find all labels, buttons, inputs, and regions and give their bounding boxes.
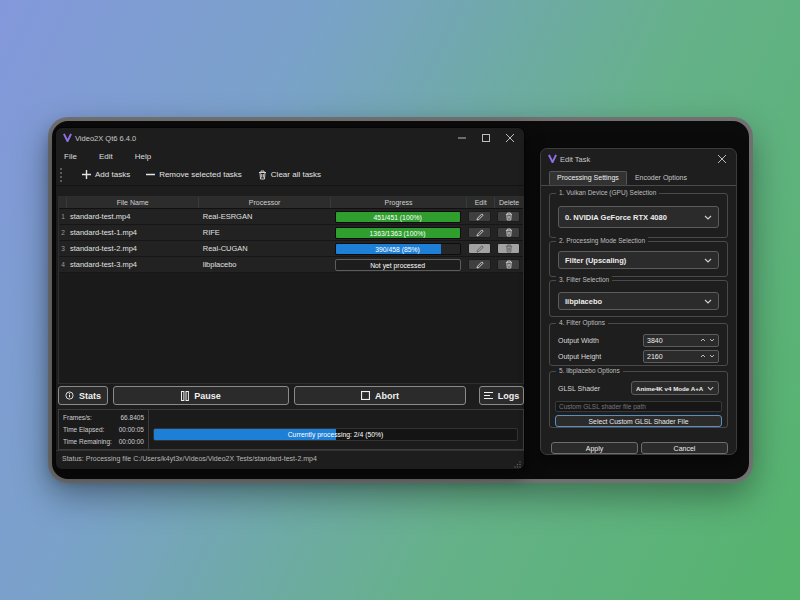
remove-selected-tasks-label: Remove selected tasks <box>159 170 242 179</box>
clear-all-tasks-button[interactable]: Clear all tasks <box>258 170 321 180</box>
table-body: 1 standard-test.mp4 Real-ESRGAN 451/451 … <box>59 209 523 273</box>
trash-icon <box>505 228 513 237</box>
add-tasks-button[interactable]: Add tasks <box>82 170 130 179</box>
group-processing-mode: 2. Processing Mode Selection Filter (Ups… <box>549 241 728 277</box>
group-vulkan-device: 1. Vulkan Device (GPU) Selection 0. NVID… <box>549 193 728 238</box>
close-button[interactable] <box>502 131 518 145</box>
filter-select[interactable]: libplacebo <box>558 292 719 310</box>
gpu-select[interactable]: 0. NVIDIA GeForce RTX 4080 <box>558 206 719 228</box>
menu-edit[interactable]: Edit <box>99 152 113 161</box>
time-remaining-row: Time Remaining: 00:00:00 <box>63 436 144 448</box>
menu-file[interactable]: File <box>64 152 77 161</box>
group-libplacebo-options: 5. libplacebo Options GLSL Shader Anime4… <box>549 371 728 428</box>
abort-label: Abort <box>375 391 399 401</box>
row-progress-text: 1363/1363 (100%) <box>336 228 460 238</box>
group-legend: 2. Processing Mode Selection <box>556 237 648 244</box>
stats-label: Stats <box>79 391 101 401</box>
main-titlebar[interactable]: Video2X Qt6 6.4.0 <box>56 128 524 148</box>
spin-up-icon[interactable] <box>700 338 706 342</box>
custom-shader-path-input[interactable] <box>555 401 722 412</box>
group-legend: 3. Filter Selection <box>556 276 612 283</box>
pencil-icon <box>476 245 484 253</box>
header-delete[interactable]: Delete <box>495 197 523 208</box>
minus-icon <box>146 170 155 179</box>
resize-grip[interactable] <box>514 461 521 468</box>
header-progress[interactable]: Progress <box>331 197 467 208</box>
frames-label: Frames/s: <box>63 412 92 424</box>
table-row[interactable]: 1 standard-test.mp4 Real-ESRGAN 451/451 … <box>59 209 523 225</box>
overall-progress-text: Currently processing: 2/4 (50%) <box>154 429 517 440</box>
add-tasks-label: Add tasks <box>95 170 130 179</box>
table-row[interactable]: 4 standard-test-3.mp4 libplacebo Not yet… <box>59 257 523 273</box>
row-progress-text: 390/458 (85%) <box>336 244 460 254</box>
pause-button[interactable]: Pause <box>113 386 289 405</box>
output-width-row: Output Width 3840 <box>558 333 719 347</box>
frames-per-second-row: Frames/s: 66.8405 <box>63 412 144 424</box>
row-processor: RIFE <box>199 228 330 237</box>
header-gutter <box>59 197 67 208</box>
elapsed-label: Time Elapsed: <box>63 424 104 436</box>
group-legend: 5. libplacebo Options <box>556 367 623 374</box>
gpu-select-value: 0. NVIDIA GeForce RTX 4080 <box>565 213 667 222</box>
trash-icon <box>505 212 513 221</box>
row-progress-text: 451/451 (100%) <box>336 212 460 222</box>
tab-processing-settings[interactable]: Processing Settings <box>549 171 627 185</box>
row-delete-button[interactable] <box>497 243 520 254</box>
minimize-button[interactable] <box>454 131 470 145</box>
menu-help[interactable]: Help <box>135 152 151 161</box>
header-file-name[interactable]: File Name <box>67 197 199 208</box>
toolbar: Add tasks Remove selected tasks Clear al… <box>56 164 524 186</box>
table-row[interactable]: 3 standard-test-2.mp4 Real-CUGAN 390/458… <box>59 241 523 257</box>
row-edit-button[interactable] <box>468 259 491 270</box>
tab-encoder-options[interactable]: Encoder Options <box>627 171 695 185</box>
row-file-name: standard-test.mp4 <box>67 212 199 221</box>
app-logo-icon <box>548 154 557 163</box>
output-height-label: Output Height <box>558 353 601 360</box>
spin-up-icon[interactable] <box>700 354 706 358</box>
chevron-down-icon <box>704 215 712 220</box>
remaining-label: Time Remaining: <box>63 436 112 448</box>
output-width-spinner[interactable]: 3840 <box>643 334 719 347</box>
elapsed-value: 00:00:05 <box>119 424 144 436</box>
cancel-button[interactable]: Cancel <box>641 442 728 454</box>
spin-down-icon[interactable] <box>709 338 715 342</box>
row-edit-button[interactable] <box>468 227 491 238</box>
select-custom-shader-button[interactable]: Select Custom GLSL Shader File <box>555 415 722 427</box>
row-delete-button[interactable] <box>497 211 520 222</box>
pause-label: Pause <box>194 391 221 401</box>
stats-button[interactable]: Stats <box>58 386 108 405</box>
toolbar-drag-handle[interactable] <box>60 168 64 182</box>
edit-task-dialog: Edit Task Processing Settings Encoder Op… <box>540 148 737 455</box>
table-row[interactable]: 2 standard-test-1.mp4 RIFE 1363/1363 (10… <box>59 225 523 241</box>
window-title: Video2X Qt6 6.4.0 <box>75 134 136 143</box>
logs-label: Logs <box>498 391 520 401</box>
header-processor[interactable]: Processor <box>199 197 330 208</box>
row-processor: libplacebo <box>199 260 330 269</box>
remove-selected-tasks-button[interactable]: Remove selected tasks <box>146 170 242 179</box>
pencil-icon <box>476 213 484 221</box>
dialog-titlebar[interactable]: Edit Task <box>541 149 736 169</box>
maximize-button[interactable] <box>478 131 494 145</box>
pencil-icon <box>476 261 484 269</box>
task-table: File Name Processor Progress Edit Delete… <box>58 196 524 384</box>
header-edit[interactable]: Edit <box>467 197 495 208</box>
apply-button[interactable]: Apply <box>551 442 638 454</box>
glsl-shader-select[interactable]: Anime4K v4 Mode A+A <box>631 381 719 395</box>
time-elapsed-row: Time Elapsed: 00:00:05 <box>63 424 144 436</box>
logs-button[interactable]: Logs <box>479 386 524 405</box>
spin-down-icon[interactable] <box>709 354 715 358</box>
frames-value: 66.8405 <box>121 412 145 424</box>
row-edit-button[interactable] <box>468 243 491 254</box>
mode-select[interactable]: Filter (Upscaling) <box>558 251 719 269</box>
glsl-shader-value: Anime4K v4 Mode A+A <box>636 385 703 392</box>
row-delete-button[interactable] <box>497 227 520 238</box>
app-logo-icon <box>63 133 72 142</box>
abort-button[interactable]: Abort <box>294 386 466 405</box>
row-delete-button[interactable] <box>497 259 520 270</box>
dialog-close-button[interactable] <box>714 152 730 166</box>
row-number: 3 <box>59 245 67 252</box>
output-height-spinner[interactable]: 2160 <box>643 350 719 363</box>
row-edit-button[interactable] <box>468 211 491 222</box>
group-filter-options: 4. Filter Options Output Width 3840 Outp… <box>549 323 728 366</box>
row-progress-bar: 390/458 (85%) <box>335 243 461 255</box>
